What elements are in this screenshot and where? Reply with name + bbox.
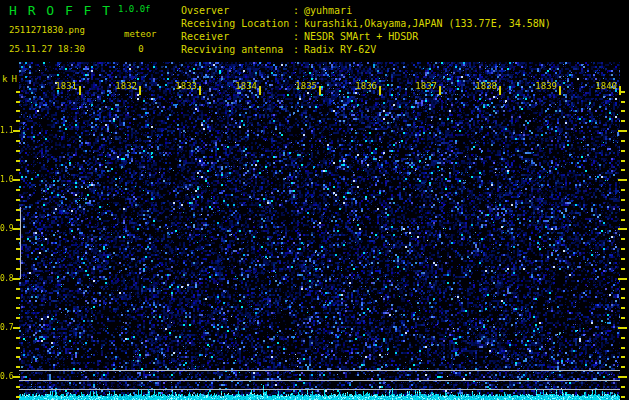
freq-tick-left <box>16 337 20 339</box>
freq-tick-label: 0.9 <box>0 223 13 234</box>
freq-tick-right <box>621 199 625 201</box>
info-row-location: Receiving Location:kurashiki,Okayama,JAP… <box>181 17 551 30</box>
info-colon: : <box>293 43 304 56</box>
info-label: Receiver <box>181 30 293 43</box>
info-colon: : <box>293 4 304 17</box>
freq-tick-right <box>621 209 625 211</box>
time-tick <box>499 86 501 95</box>
freq-tick-left <box>16 297 20 299</box>
info-label: Receiving Location <box>181 17 293 30</box>
freq-tick-right <box>621 268 625 270</box>
time-tick-label: 1833 <box>169 81 197 91</box>
freq-tick-right <box>621 120 625 122</box>
freq-tick-right <box>618 130 627 132</box>
time-tick <box>439 86 441 95</box>
freq-tick-right <box>621 219 625 221</box>
time-tick-label: 1835 <box>289 81 317 91</box>
time-tick-label: 1831 <box>49 81 77 91</box>
freq-tick-left <box>16 366 20 368</box>
freq-tick-left <box>16 160 20 162</box>
freq-tick-right <box>621 396 625 398</box>
freq-tick-right <box>621 258 625 260</box>
freq-tick-right <box>621 317 625 319</box>
freq-tick-label: 0.8 <box>0 273 13 284</box>
freq-tick-left <box>16 140 20 142</box>
freq-tick-left <box>16 101 20 103</box>
info-value: NESDR SMArt + HDSDR <box>304 30 418 43</box>
station-info: Ovserver:@yuhmari Receiving Location:kur… <box>181 4 551 56</box>
info-row-antenna: Recviving antenna:Radix RY-62V <box>181 43 551 56</box>
freq-tick-left <box>16 169 20 171</box>
freq-tick-right <box>621 297 625 299</box>
freq-tick-right <box>618 278 627 280</box>
freq-tick-right <box>621 347 625 349</box>
freq-tick-label: 1.0 <box>0 174 13 185</box>
hrofft-screen: H R O F F T 1.0.0f 2511271830.png meteor… <box>0 0 629 400</box>
info-value: @yuhmari <box>304 4 352 17</box>
app-version: 1.0.0f <box>118 4 151 14</box>
app-title: H R O F F T <box>9 3 112 18</box>
freq-tick-left <box>16 307 20 309</box>
info-label: Recviving antenna <box>181 43 293 56</box>
spectrogram-canvas <box>19 62 620 400</box>
freq-tick-left <box>16 150 20 152</box>
freq-tick-left <box>16 356 20 358</box>
meteor-count-label: meteor <box>124 29 157 39</box>
time-tick <box>259 86 261 95</box>
freq-tick-right <box>621 248 625 250</box>
freq-tick-right <box>621 160 625 162</box>
freq-tick-left <box>13 376 20 378</box>
freq-tick-right <box>621 288 625 290</box>
time-tick-label: 1840 <box>589 81 617 91</box>
level-reference-line <box>20 207 21 279</box>
freq-tick-right <box>621 169 625 171</box>
freq-tick-right <box>618 327 627 329</box>
output-filename: 2511271830.png <box>9 25 85 35</box>
freq-tick-right <box>621 140 625 142</box>
freq-tick-right <box>621 307 625 309</box>
freq-tick-right <box>621 101 625 103</box>
freq-tick-right <box>621 366 625 368</box>
time-tick <box>79 86 81 95</box>
freq-tick-left <box>16 189 20 191</box>
freq-tick-label: 1.1 <box>0 125 13 136</box>
freq-tick-right <box>618 228 627 230</box>
freq-tick-left <box>16 317 20 319</box>
timestamp: 25.11.27 18:30 <box>9 44 85 54</box>
time-tick <box>139 86 141 95</box>
freq-tick-right <box>621 238 625 240</box>
freq-tick-right <box>618 376 627 378</box>
freq-tick-right <box>621 189 625 191</box>
freq-tick-label: 0.7 <box>0 322 13 333</box>
freq-tick-right <box>621 386 625 388</box>
time-tick-label: 1832 <box>109 81 137 91</box>
freq-tick-right <box>621 91 625 93</box>
time-tick <box>199 86 201 95</box>
freq-tick-right <box>621 150 625 152</box>
info-row-receiver: Receiver:NESDR SMArt + HDSDR <box>181 30 551 43</box>
meteor-count-value: 0 <box>131 44 151 54</box>
time-tick <box>559 86 561 95</box>
time-tick-label: 1834 <box>229 81 257 91</box>
freq-tick-left <box>16 396 20 398</box>
time-tick-label: 1838 <box>469 81 497 91</box>
time-tick-label: 1839 <box>529 81 557 91</box>
info-colon: : <box>293 17 304 30</box>
time-tick <box>379 86 381 95</box>
time-tick-label: 1836 <box>349 81 377 91</box>
info-value: Radix RY-62V <box>304 43 376 56</box>
freq-tick-left <box>13 228 20 230</box>
time-tick-label: 1837 <box>409 81 437 91</box>
freq-tick-right <box>621 337 625 339</box>
time-tick <box>319 86 321 95</box>
freq-tick-left <box>13 179 20 181</box>
freq-tick-right <box>621 110 625 112</box>
freq-tick-label: 0.6 <box>0 371 13 382</box>
info-colon: : <box>293 30 304 43</box>
freq-tick-left <box>16 110 20 112</box>
info-label: Ovserver <box>181 4 293 17</box>
freq-tick-left <box>13 327 20 329</box>
freq-tick-left <box>16 91 20 93</box>
freq-tick-left <box>16 120 20 122</box>
freq-tick-left <box>16 347 20 349</box>
